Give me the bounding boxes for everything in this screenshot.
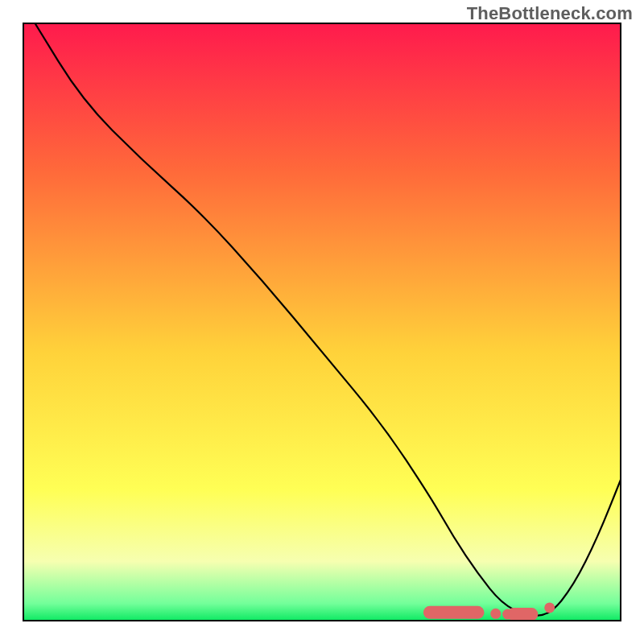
watermark-text: TheBottleneck.com (467, 3, 633, 24)
plot-border (23, 23, 621, 621)
chart-stage: TheBottleneck.com (0, 0, 644, 644)
